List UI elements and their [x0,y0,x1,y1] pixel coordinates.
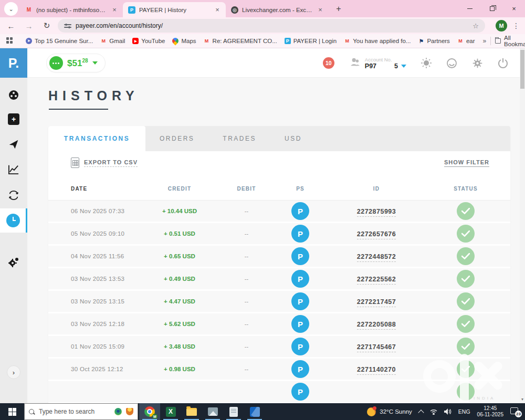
volume-icon[interactable] [444,408,452,415]
tab-close-icon[interactable]: × [316,6,324,14]
url-text[interactable]: payeer.com/en/account/history/ [76,22,163,29]
balance-dots-icon [49,56,63,70]
taskbar-file-explorer[interactable] [181,403,202,420]
bookmark-item[interactable]: Top 15 Genuine Sur... [22,34,97,48]
bookmark-item[interactable]: Re: AGREEMENT CO... [200,34,281,48]
bookmark-star-icon[interactable]: ☆ [472,22,479,30]
gear-icon[interactable] [472,58,483,69]
bookmark-item[interactable]: You have applied fo... [340,34,414,48]
history-tab[interactable]: TRADES [208,126,270,151]
reload-button[interactable]: ↻ [40,19,54,33]
transaction-id-link[interactable]: 2272657676 [357,230,396,239]
sidebar-item-exchange[interactable] [0,183,27,207]
success-check-icon [457,360,475,378]
sidebar-item-dashboard[interactable] [0,83,27,107]
tab-favicon [231,6,238,14]
browser-tab[interactable]: (no subject) - mthinfosolutions × [20,2,123,17]
logout-power-icon[interactable] [498,58,508,68]
close-button[interactable]: × [503,0,525,17]
taskbar-image-viewer[interactable] [202,403,223,420]
tray-expand-chevron[interactable] [418,410,424,415]
table-header-row: DATE CREDIT DEBIT PS ID STATUS [48,177,510,201]
browser-menu-icon[interactable]: ⋮ [512,22,520,30]
show-filter-button[interactable]: SHOW FILTER [444,159,489,167]
search-placeholder: Type here to search [39,408,110,415]
excel-icon: X [166,407,176,417]
transaction-id-link[interactable]: 2272875993 [357,208,396,217]
site-settings-icon[interactable] [64,23,71,29]
page-scrollbar[interactable]: ▾ [520,48,525,403]
cell-status [429,292,502,310]
browser-tab[interactable]: Livexchanger.com - Exchange II × [226,2,329,17]
bookmark-item[interactable]: Gmail [97,34,129,48]
wifi-icon[interactable] [430,409,437,415]
all-bookmarks-label: All Bookmarks [504,35,525,47]
bookmark-item[interactable]: ear [454,34,479,48]
col-header-ps: PS [277,186,324,192]
transaction-id-link[interactable]: 2272225562 [357,276,396,285]
bookmark-item[interactable]: Partners [414,34,453,48]
weather-widget[interactable]: 32°C Sunny [367,407,412,416]
bookmarks-overflow-button[interactable]: » [479,37,491,45]
bookmark-item[interactable]: PAYEER | Login [281,34,340,48]
transaction-id-link[interactable]: 2271140270 [357,366,396,375]
tab-close-icon[interactable]: × [110,6,119,14]
transaction-id-link[interactable]: 2272217457 [357,298,396,307]
history-tab[interactable]: TRANSACTIONS [48,126,145,151]
taskbar-chrome[interactable]: M [139,403,160,420]
account-selector[interactable]: Account No. P975 [349,57,406,70]
cell-status [429,270,502,288]
transaction-id-link[interactable]: 2272448572 [357,253,396,262]
forward-button[interactable]: → [22,19,36,33]
apps-grid-icon[interactable] [6,37,13,45]
bookmark-item[interactable]: YouTube [129,34,169,48]
export-csv-button[interactable]: EXPORT TO CSV [71,158,138,168]
restore-button[interactable] [481,0,503,17]
header-actions: 10 Account No. P975 [323,48,508,78]
tab-search-button[interactable]: ⌄ [4,2,18,16]
sidebar-item-settings[interactable] [0,250,27,275]
sidebar-expand-button[interactable]: › [0,360,27,384]
success-check-icon [457,292,475,310]
bookmark-item[interactable]: Maps [169,34,200,48]
payeer-logo[interactable]: P. [0,48,27,78]
sidebar-item-add-funds[interactable]: + [0,107,27,131]
chevron-down-icon [92,61,98,65]
start-button[interactable] [0,403,24,420]
scrollbar-thumb[interactable] [520,50,524,89]
browser-tab[interactable]: PAYEER | History × [123,2,226,17]
tab-close-icon[interactable]: × [213,6,222,14]
success-check-icon [457,247,475,265]
sidebar-item-history[interactable] [0,208,27,233]
sidebar-item-trade[interactable] [0,158,27,182]
transaction-id-link[interactable]: 2272205088 [357,321,396,330]
minimize-button[interactable] [459,0,481,17]
all-bookmarks-button[interactable]: All Bookmarks [490,37,525,45]
action-center[interactable]: 23 [510,407,521,416]
notification-badge[interactable]: 10 [323,57,334,69]
cell-date: 03 Nov 2025 12:18 [48,321,143,327]
history-tab[interactable]: USD [270,126,316,151]
tab-favicon [25,6,33,14]
scroll-down-arrow[interactable]: ▾ [520,397,525,402]
back-button[interactable]: ← [4,19,18,33]
profile-avatar[interactable]: M [496,20,507,32]
taskbar-notepad[interactable] [223,403,244,420]
transaction-id-link[interactable]: 2271745467 [357,343,396,352]
new-tab-button[interactable]: + [332,2,345,16]
exchange-icon [8,190,19,201]
balance-selector[interactable]: $5128 [46,54,106,72]
taskbar-photos[interactable] [244,403,265,420]
history-tab[interactable]: ORDERS [145,126,208,151]
address-bar[interactable]: payeer.com/en/account/history/ ☆ [58,19,485,33]
taskbar-search[interactable]: Type here to search [24,403,138,420]
sidebar-item-transfer[interactable] [0,132,27,156]
payeer-ps-icon: P [291,315,309,333]
taskbar-clock[interactable]: 12:45 06-11-2025 [477,405,503,418]
taskbar-excel[interactable]: X [160,403,181,420]
support-icon[interactable] [446,58,457,69]
history-tab-label: USD [285,135,302,142]
language-indicator[interactable]: ENG [458,408,470,415]
theme-brightness-icon[interactable] [421,58,432,68]
payeer-ps-icon: P [291,270,309,288]
